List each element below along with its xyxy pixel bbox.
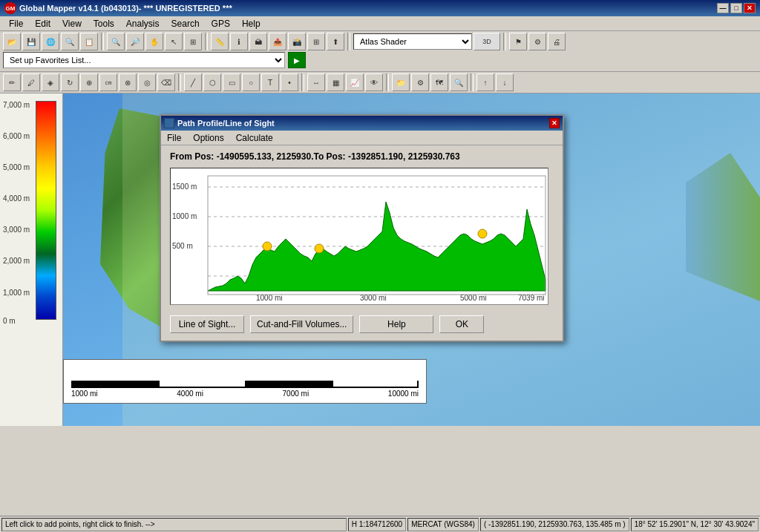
svg-point-9 [315, 244, 324, 253]
status-bar: Left click to add points, right click to… [0, 516, 760, 532]
elev-label-3000: 3,000 m [3, 226, 30, 234]
tb-capture[interactable]: 📸 [288, 33, 306, 50]
ok-button[interactable]: OK [439, 315, 484, 333]
tool-rect[interactable]: ▭ [223, 73, 240, 91]
close-button[interactable]: ✕ [744, 3, 756, 13]
svg-text:1000 mi: 1000 mi [256, 294, 283, 302]
tb-flag[interactable]: ⚑ [509, 33, 527, 50]
menu-view[interactable]: View [56, 17, 88, 30]
favorites-dropdown[interactable]: Set up Favorites List... [3, 52, 285, 68]
tool-poly[interactable]: ⬡ [203, 73, 221, 91]
tb-select[interactable]: ↖ [165, 33, 183, 50]
tb-grid[interactable]: ⊞ [307, 33, 325, 50]
tool-attr[interactable]: ㎝ [99, 73, 117, 91]
tb-3d[interactable]: 🏔 [249, 33, 267, 50]
menu-gps[interactable]: GPS [206, 17, 236, 30]
app-title: Global Mapper v14.1 (b043013)- *** UNREG… [19, 4, 232, 13]
scale-label-4000: 4000 mi [177, 390, 203, 398]
svg-text:1500 m: 1500 m [172, 183, 197, 191]
svg-text:3000 mi: 3000 mi [360, 294, 387, 302]
tool-up[interactable]: ↑ [476, 73, 494, 91]
tool-profile[interactable]: 📈 [346, 73, 364, 91]
menu-edit[interactable]: Edit [29, 17, 56, 30]
dialog-title-content: Path Profile/Line of Sight [164, 118, 275, 128]
tool-cad[interactable]: ⊕ [80, 73, 98, 91]
dialog-title-bar: Path Profile/Line of Sight ✕ [161, 116, 563, 131]
tb-full-extent[interactable]: ⊞ [184, 33, 202, 50]
dialog-menu-file[interactable]: File [161, 131, 187, 145]
maximize-button[interactable]: □ [730, 3, 742, 13]
legend-panel: 7,000 m 6,000 m 5,000 m 4,000 m 3,000 m … [0, 93, 63, 426]
tb-web-btn[interactable]: 🌐 [42, 33, 59, 50]
tool-los[interactable]: 👁 [365, 73, 383, 91]
tool-point[interactable]: • [281, 73, 298, 91]
dialog-menu: File Options Calculate [161, 131, 563, 145]
svg-point-10 [478, 229, 487, 238]
elevation-color-bar [36, 101, 56, 320]
menu-search[interactable]: Search [166, 17, 206, 30]
tool-split[interactable]: ⊗ [119, 73, 137, 91]
line-of-sight-button[interactable]: Line of Sight... [170, 315, 244, 333]
cut-fill-volumes-button[interactable]: Cut-and-Fill Volumes... [250, 315, 353, 333]
tb-sep-4 [503, 33, 506, 50]
tb-print[interactable]: 🖨 [548, 33, 566, 50]
dialog-close-button[interactable]: ✕ [549, 118, 560, 128]
tool-layer-mgr[interactable]: 📁 [392, 73, 410, 91]
tb-open-btn[interactable]: 📂 [3, 33, 21, 50]
tool-coords[interactable]: 🗺 [430, 73, 448, 91]
app-logo: GM [4, 2, 16, 14]
scale-labels: 1000 mi 4000 mi 7000 mi 10000 mi [71, 390, 419, 398]
tool-sep-1 [178, 73, 181, 91]
tool-rotate[interactable]: ↻ [61, 73, 79, 91]
tb-3d-view[interactable]: 3D [474, 33, 500, 50]
help-button[interactable]: Help [359, 315, 433, 333]
tool-circle[interactable]: ○ [242, 73, 260, 91]
tool-text[interactable]: T [261, 73, 279, 91]
dialog-icon [164, 118, 174, 128]
tb-zoom-btn[interactable]: 🔍 [61, 33, 79, 50]
tool-meas-dist[interactable]: ↔ [307, 73, 325, 91]
tick-4 [417, 381, 419, 388]
tool-config2[interactable]: ⚙ [411, 73, 429, 91]
favorites-row: Set up Favorites List... ▶ [3, 52, 757, 68]
tool-digitize[interactable]: ✏ [3, 73, 21, 91]
status-coords: ( -1392851.190, 2125930.763, 135.485 m ) [480, 518, 629, 531]
tool-meas-area[interactable]: ▦ [327, 73, 344, 91]
tb-export[interactable]: 📤 [269, 33, 286, 50]
dialog-title-text: Path Profile/Line of Sight [177, 119, 275, 128]
elev-label-1000: 1,000 m [3, 289, 30, 297]
minimize-button[interactable]: — [717, 3, 729, 13]
svg-text:7039 mi: 7039 mi [518, 294, 545, 302]
tb-save-btn[interactable]: 💾 [22, 33, 40, 50]
elev-label-2000: 2,000 m [3, 257, 30, 265]
tick-1 [158, 381, 160, 388]
shader-dropdown[interactable]: Atlas Shader Slope Shader Aspect Shader [353, 33, 472, 50]
tb-zoom-in[interactable]: 🔍 [107, 33, 125, 50]
menu-file[interactable]: File [3, 17, 29, 30]
tb-pan[interactable]: ✋ [145, 33, 163, 50]
tb-zoom-out[interactable]: 🔎 [126, 33, 144, 50]
menu-analysis[interactable]: Analysis [120, 17, 166, 30]
dialog-menu-options[interactable]: Options [187, 131, 229, 145]
main-content: 7,000 m 6,000 m 5,000 m 4,000 m 3,000 m … [0, 93, 760, 426]
tool-find[interactable]: 🔍 [450, 73, 468, 91]
tb-north[interactable]: ⬆ [327, 33, 344, 50]
tool-dn[interactable]: ↓ [496, 73, 514, 91]
tb-layer-btn[interactable]: 📋 [80, 33, 98, 50]
tool-vertex[interactable]: ◈ [42, 73, 59, 91]
dialog-menu-calculate[interactable]: Calculate [230, 131, 279, 145]
tb-measure[interactable]: 📏 [211, 33, 229, 50]
tool-line[interactable]: ╱ [184, 73, 202, 91]
tb-config[interactable]: ⚙ [528, 33, 546, 50]
status-projection: MERCAT (WGS84) [407, 518, 479, 531]
tool-erase[interactable]: ⌫ [157, 73, 175, 91]
play-button[interactable]: ▶ [288, 52, 306, 68]
title-controls: — □ ✕ [717, 3, 756, 13]
tool-buffer[interactable]: ◎ [138, 73, 156, 91]
tool-edit[interactable]: 🖊 [22, 73, 40, 91]
tb-info[interactable]: ℹ [230, 33, 248, 50]
menu-tools[interactable]: Tools [88, 17, 120, 30]
tb-sep-2 [205, 33, 208, 50]
status-latlon: 18° 52' 15.2901" N, 12° 30' 43.9024" [631, 518, 759, 531]
menu-help[interactable]: Help [236, 17, 266, 30]
